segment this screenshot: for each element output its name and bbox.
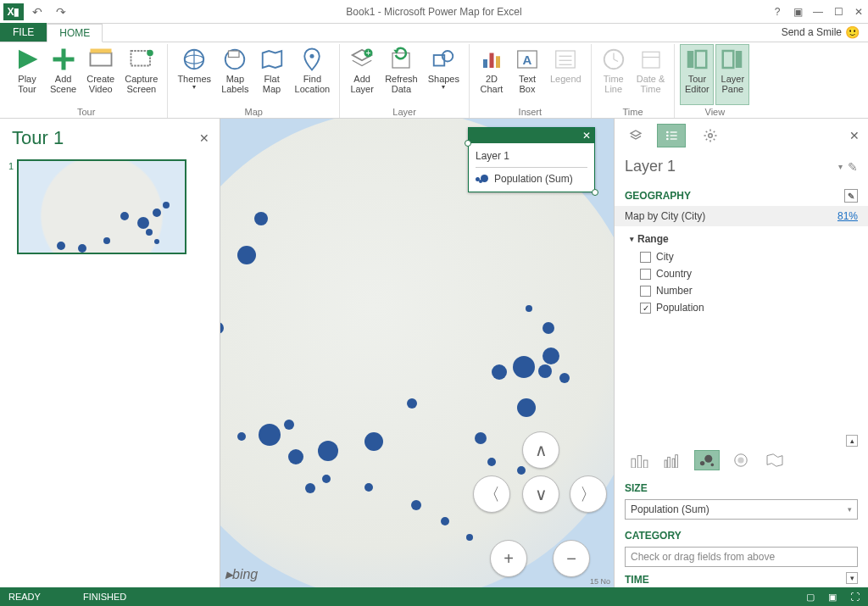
flat-map-button[interactable]: Flat Map (255, 44, 289, 105)
date-time-button[interactable]: Date & Time (632, 44, 670, 105)
svg-rect-20 (489, 53, 493, 69)
rotate-left-button[interactable]: 〈 (473, 475, 510, 513)
svg-rect-19 (483, 59, 487, 68)
category-field-drop[interactable]: Check or drag fields from above (625, 547, 858, 567)
ribbon-tabs: FILE HOME Send a Smile 🙂 (0, 24, 868, 42)
layer-pane-tab-fields[interactable] (657, 124, 686, 147)
checkbox-population[interactable] (640, 303, 651, 314)
find-location-button[interactable]: Find Location (291, 44, 335, 105)
status-view-2[interactable]: ▣ (828, 592, 837, 603)
svg-rect-48 (668, 457, 670, 468)
ribbon-group-layer: + Add Layer Refresh Data Shapes▾ Layer (340, 44, 470, 118)
scroll-up-button[interactable]: ▴ (846, 435, 858, 447)
layer-dropdown[interactable]: ▾ (838, 162, 843, 171)
shapes-button[interactable]: Shapes▾ (424, 44, 464, 105)
layer-pane-tab-layers[interactable] (621, 124, 650, 147)
send-smile-link[interactable]: Send a Smile 🙂 (782, 25, 860, 39)
layer-name: Layer 1 (625, 158, 833, 175)
map-labels-button[interactable]: Map Labels (217, 44, 253, 105)
maximize-button[interactable]: ☐ (832, 6, 844, 18)
svg-point-51 (700, 461, 704, 465)
map-viewport[interactable]: ✕ Layer 1 Population (Sum) ∧ 〈 ∨ 〉 + − ▸… (220, 119, 614, 587)
tilt-up-button[interactable]: ∧ (522, 431, 559, 469)
svg-point-55 (737, 457, 743, 463)
svg-rect-2 (53, 58, 74, 62)
undo-button[interactable]: ↶ (27, 3, 47, 20)
layer-rename-button[interactable]: ✎ (848, 160, 858, 174)
2d-chart-button[interactable]: 2D Chart (475, 44, 509, 105)
tab-file[interactable]: FILE (0, 23, 47, 42)
tour-editor-button[interactable]: Tour Editor (680, 44, 714, 105)
bubble-legend-icon (476, 174, 489, 184)
checkbox-number[interactable] (640, 286, 651, 297)
svg-rect-47 (665, 460, 667, 468)
window-title: Book1 - Microsoft Power Map for Excel (0, 6, 868, 18)
tilt-down-button[interactable]: ∨ (522, 475, 559, 513)
map-legend[interactable]: ✕ Layer 1 Population (Sum) (468, 127, 595, 192)
checkbox-country[interactable] (640, 269, 651, 280)
layer-pane: ✕ Layer 1 ▾ ✎ GEOGRAPHY ✎ Map by City (C… (614, 119, 868, 587)
layer-pane-close[interactable]: ✕ (849, 129, 860, 142)
zoom-out-button[interactable]: − (553, 540, 590, 577)
tab-home[interactable]: HOME (47, 24, 103, 42)
tour-panel-close[interactable]: ✕ (199, 131, 209, 145)
tour-editor-icon (684, 47, 709, 72)
svg-point-43 (709, 134, 713, 138)
plus-icon (51, 47, 76, 72)
bar-chart-icon (479, 47, 504, 72)
capture-screen-button[interactable]: Capture Screen (120, 44, 162, 105)
geography-mapping-row: Map by City (City) 81% (615, 206, 868, 226)
globe-icon (181, 47, 207, 72)
zoom-in-button[interactable]: + (490, 540, 527, 577)
refresh-data-button[interactable]: Refresh Data (381, 44, 422, 105)
status-fullscreen[interactable]: ⛶ (850, 592, 860, 603)
play-tour-button[interactable]: Play Tour (10, 44, 44, 105)
add-scene-button[interactable]: Add Scene (46, 44, 81, 105)
time-line-button[interactable]: Time Line (597, 44, 631, 105)
layer-pane-tab-settings[interactable] (696, 124, 725, 147)
ribbon-group-tour: Play Tour Add Scene Create Video Capture… (5, 44, 168, 118)
size-field-drop[interactable]: Population (Sum)▾ (625, 499, 858, 520)
add-layer-button[interactable]: + Add Layer (345, 44, 379, 105)
svg-rect-45 (637, 456, 642, 468)
checkbox-city[interactable] (640, 252, 651, 263)
legend-button[interactable]: Legend (546, 44, 586, 105)
status-view-1[interactable]: ▢ (806, 592, 815, 603)
ribbon-group-map: Themes▾ Map Labels Flat Map Find Locatio… (168, 44, 340, 118)
chart-type-heatmap[interactable] (728, 450, 754, 470)
close-button[interactable]: ✕ (853, 6, 865, 18)
svg-point-39 (666, 135, 669, 137)
chart-type-stacked-column[interactable] (626, 450, 652, 470)
rotate-right-button[interactable]: 〉 (570, 475, 607, 513)
video-icon (88, 47, 114, 72)
tour-editor-panel: Tour 1 ✕ 1 (0, 119, 220, 587)
shapes-icon (431, 47, 456, 72)
field-country[interactable]: Country (640, 265, 853, 282)
layer-pane-button[interactable]: Layer Pane (715, 44, 749, 105)
svg-point-6 (147, 50, 153, 57)
field-city[interactable]: City (640, 248, 853, 265)
field-population[interactable]: Population (640, 299, 853, 316)
minimize-button[interactable]: ― (812, 6, 824, 18)
field-number[interactable]: Number (640, 282, 853, 299)
text-box-button[interactable]: A Text Box (510, 44, 544, 105)
themes-button[interactable]: Themes▾ (173, 44, 215, 105)
svg-marker-0 (19, 50, 38, 69)
chart-type-bubble[interactable] (694, 450, 720, 470)
map-legend-close[interactable]: ✕ (582, 130, 591, 142)
create-video-button[interactable]: Create Video (82, 44, 119, 105)
category-section: CATEGORY (615, 525, 868, 545)
scene-row[interactable]: 1 (0, 154, 220, 259)
ribbon-options-button[interactable]: ▣ (792, 6, 804, 18)
status-bar: READY FINISHED ▢ ▣ ⛶ (0, 587, 868, 606)
geography-confidence-link[interactable]: 81% (837, 210, 858, 222)
chart-type-region[interactable] (762, 450, 787, 470)
scroll-down-button[interactable]: ▾ (846, 572, 858, 584)
scene-index: 1 (8, 159, 14, 254)
range-toggle[interactable]: ▾Range (630, 233, 853, 245)
help-button[interactable]: ? (771, 6, 783, 18)
redo-button[interactable]: ↷ (51, 3, 71, 20)
chart-type-clustered-column[interactable] (660, 450, 686, 470)
scene-thumbnail[interactable] (17, 159, 186, 254)
geography-edit-button[interactable]: ✎ (844, 189, 858, 203)
